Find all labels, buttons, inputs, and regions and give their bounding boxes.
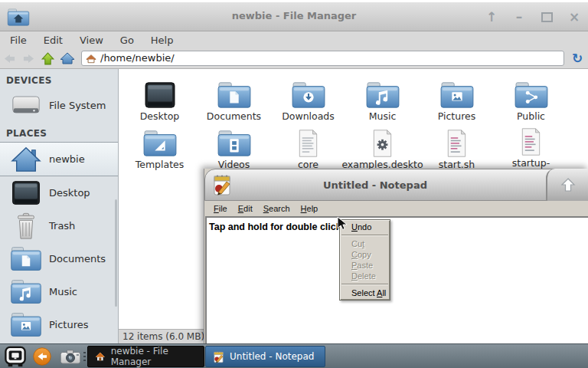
minimize-button[interactable]: – [510, 7, 528, 27]
context-paste[interactable]: Paste [340, 260, 390, 271]
file-downloads[interactable]: Downloads [271, 79, 345, 127]
menu-edit[interactable]: Edit [35, 33, 71, 48]
forward-button[interactable] [19, 50, 38, 67]
devices-header: DEVICES [0, 69, 118, 89]
notepad-icon [213, 350, 224, 363]
up-button[interactable] [38, 50, 57, 67]
up-arrow-icon [560, 177, 576, 192]
fm-menubar: File Edit View Go Help [0, 31, 588, 48]
notepad-menu-file[interactable]: File [208, 202, 233, 215]
folder-pictures-icon [9, 310, 43, 340]
folder-music-icon [9, 278, 43, 307]
notepad-menu-edit[interactable]: Edit [233, 202, 258, 215]
menu-help[interactable]: Help [142, 33, 182, 48]
menu-go[interactable]: Go [112, 33, 142, 48]
menu-separator [341, 235, 388, 236]
task-button-notepad[interactable]: Untitled - Notepad [205, 346, 325, 367]
folder-pictures-icon [439, 79, 475, 110]
back-button[interactable] [0, 50, 19, 67]
notepad-menu-help[interactable]: Help [296, 202, 324, 215]
folder-documents-icon [217, 79, 252, 110]
notepad-text: Tap and hold for double click [209, 222, 341, 232]
folder-templates-icon [142, 127, 178, 158]
context-copy[interactable]: Copy [340, 249, 390, 260]
taskbar: newbie - File Manager Untitled - Notepad [0, 343, 588, 368]
restore-button[interactable] [537, 7, 556, 27]
folder-videos-icon [217, 127, 252, 158]
file-templates[interactable]: Templates [122, 127, 197, 176]
file-music[interactable]: Music [345, 79, 420, 127]
sidebar-item-trash[interactable]: Trash [0, 209, 118, 242]
sidebar-item-music[interactable]: Music [0, 275, 118, 308]
sidebar-item-pictures[interactable]: Pictures [0, 308, 118, 341]
document-icon [296, 127, 320, 158]
close-button[interactable]: × [565, 7, 583, 27]
notepad-menubar: File Edit Search Help [205, 201, 588, 216]
restore-icon [541, 12, 553, 22]
folder-music-icon [365, 79, 400, 110]
notepad-accept-button[interactable] [546, 169, 588, 201]
sidebar-item-newbie[interactable]: newbie [0, 142, 118, 176]
file-desktop[interactable]: Desktop [122, 79, 197, 127]
home-path-icon [86, 54, 96, 64]
folder-public-icon [514, 79, 549, 110]
refresh-button[interactable]: ↻ [569, 50, 586, 67]
sidebar-item-desktop[interactable]: Desktop [0, 176, 118, 209]
mouse-cursor [337, 216, 348, 231]
menu-view[interactable]: View [71, 33, 112, 48]
fm-toolbar: /home/newbie/ ↻ [0, 48, 588, 69]
address-bar[interactable]: /home/newbie/ [81, 51, 564, 66]
screenshot-camera-icon[interactable] [59, 348, 82, 368]
taskbar-grip-handle[interactable] [83, 352, 86, 361]
edit-context-menu: Undo Cut Copy Paste Delete Select All [339, 219, 390, 301]
file-pictures[interactable]: Pictures [420, 79, 494, 127]
context-cut[interactable]: Cut [340, 238, 390, 249]
home-icon [95, 351, 106, 362]
context-select-all[interactable]: Select All [340, 288, 390, 298]
address-text[interactable]: /home/newbie/ [100, 51, 175, 65]
desktop-entry-icon [371, 127, 394, 158]
file-public[interactable]: Public [494, 79, 568, 127]
sidebar-item-documents[interactable]: Documents [0, 242, 118, 275]
task-button-file-manager[interactable]: newbie - File Manager [87, 346, 204, 367]
sidebar-item-filesystem[interactable]: File System [0, 89, 118, 122]
drive-icon [9, 91, 43, 120]
notepad-text-area[interactable]: Tap and hold for double click [205, 216, 588, 343]
notepad-titlebar[interactable]: Untitled - Notepad [204, 169, 588, 201]
desktop-icon [142, 79, 178, 110]
notepad-window: Untitled - Notepad File Edit Search Help… [204, 169, 588, 343]
menu-file[interactable]: File [2, 33, 35, 48]
back-navigation-icon[interactable] [32, 347, 52, 368]
context-delete[interactable]: Delete [340, 271, 390, 281]
menu-separator [341, 284, 388, 285]
home-icon [9, 145, 43, 174]
desktop-icon [9, 179, 43, 208]
fm-sidebar: DEVICES File System PLACES newbie Deskto… [0, 69, 119, 343]
desktop-screen: newbie - File Manager ↑ – × File Edit Vi… [0, 0, 588, 368]
home-button[interactable] [57, 50, 77, 67]
folder-downloads-icon [291, 79, 326, 110]
sidebar-scrollbar[interactable] [115, 199, 117, 307]
script-icon [445, 127, 469, 158]
notepad-menu-search[interactable]: Search [258, 202, 296, 215]
shade-window-button[interactable]: ↑ [482, 7, 501, 27]
desktop-monitor-icon[interactable] [4, 346, 27, 368]
script-icon [519, 127, 543, 156]
notepad-window-title: Untitled - Notepad [205, 179, 545, 191]
file-documents[interactable]: Documents [197, 79, 271, 127]
trash-icon [9, 212, 43, 241]
places-header: PLACES [0, 122, 118, 142]
fm-titlebar[interactable]: newbie - File Manager ↑ – × [0, 2, 588, 31]
folder-documents-icon [9, 245, 43, 274]
